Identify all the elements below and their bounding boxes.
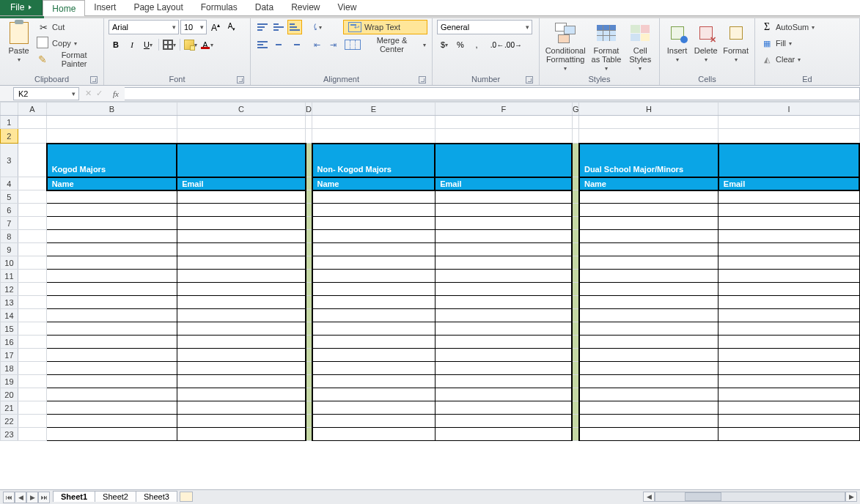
cell-C9[interactable]	[177, 243, 305, 256]
cell-C2[interactable]	[177, 129, 305, 144]
cell-C19[interactable]	[177, 375, 305, 388]
cell-B15[interactable]	[47, 322, 177, 336]
cell-F1[interactable]	[435, 116, 572, 129]
cell-C1[interactable]	[177, 116, 305, 129]
cell-C4[interactable]: Email	[177, 177, 305, 190]
row-header-8[interactable]: 8	[1, 230, 18, 243]
cell-F13[interactable]	[435, 296, 572, 309]
cell-I17[interactable]	[718, 349, 859, 362]
cell-B8[interactable]	[47, 230, 177, 243]
cell-D17[interactable]	[306, 349, 312, 362]
cell-I9[interactable]	[718, 243, 859, 256]
row-header-17[interactable]: 17	[1, 349, 18, 362]
cell-E4[interactable]: Name	[312, 177, 435, 190]
cell-D7[interactable]	[306, 217, 312, 230]
cell-I12[interactable]	[718, 283, 859, 296]
row-header-6[interactable]: 6	[1, 204, 18, 217]
cell-E19[interactable]	[312, 375, 435, 388]
number-format-select[interactable]: General	[437, 20, 532, 34]
align-right-button[interactable]	[287, 37, 302, 52]
increase-indent-button[interactable]: ⇥	[326, 37, 340, 52]
cell-B2[interactable]	[47, 129, 177, 144]
cell-A14[interactable]	[18, 309, 46, 322]
cell-C20[interactable]	[177, 388, 305, 401]
col-header-H[interactable]: H	[579, 103, 718, 116]
cell-A7[interactable]	[18, 217, 46, 230]
cell-F21[interactable]	[435, 401, 572, 415]
col-header-C[interactable]: C	[177, 103, 305, 116]
cell-G16[interactable]	[572, 336, 579, 349]
cell-F10[interactable]	[435, 256, 572, 270]
accounting-format-button[interactable]: $▾	[437, 37, 452, 52]
cell-C12[interactable]	[177, 283, 305, 296]
tab-insert[interactable]: Insert	[85, 0, 125, 15]
cell-H10[interactable]	[579, 256, 718, 270]
cell-H11[interactable]	[579, 270, 718, 283]
cell-styles-button[interactable]: Cell Styles▾	[625, 20, 655, 72]
cell-I16[interactable]	[718, 336, 859, 349]
cell-I23[interactable]	[718, 428, 859, 441]
cell-E7[interactable]	[312, 217, 435, 230]
tab-review[interactable]: Review	[282, 0, 328, 15]
cell-F23[interactable]	[435, 428, 572, 441]
cell-I13[interactable]	[718, 296, 859, 309]
cell-G15[interactable]	[572, 322, 579, 336]
align-middle-button[interactable]	[271, 20, 286, 34]
col-header-F[interactable]: F	[435, 103, 572, 116]
row-header-12[interactable]: 12	[1, 283, 18, 296]
cell-H21[interactable]	[579, 401, 718, 415]
cell-D19[interactable]	[306, 375, 312, 388]
cell-B14[interactable]	[47, 309, 177, 322]
cell-G2[interactable]	[572, 129, 579, 144]
tab-scroll-last[interactable]: ⏭	[38, 492, 50, 503]
cell-A4[interactable]	[18, 177, 46, 190]
cell-B22[interactable]	[47, 415, 177, 428]
cell-E8[interactable]	[312, 230, 435, 243]
cell-A2[interactable]	[18, 129, 46, 144]
cell-D22[interactable]	[306, 415, 312, 428]
cell-D18[interactable]	[306, 362, 312, 375]
cell-G10[interactable]	[572, 256, 579, 270]
clipboard-dialog-launcher[interactable]	[90, 76, 98, 84]
cell-F9[interactable]	[435, 243, 572, 256]
italic-button[interactable]: I	[125, 37, 139, 52]
cell-D9[interactable]	[306, 243, 312, 256]
align-bottom-button[interactable]	[287, 20, 302, 34]
cell-F2[interactable]	[435, 129, 572, 144]
cell-A15[interactable]	[18, 322, 46, 336]
tab-scroll-first[interactable]: ⏮	[3, 492, 15, 503]
cell-H9[interactable]	[579, 243, 718, 256]
cell-F3[interactable]	[435, 144, 572, 177]
cell-E12[interactable]	[312, 283, 435, 296]
cell-D10[interactable]	[306, 256, 312, 270]
col-header-E[interactable]: E	[312, 103, 435, 116]
cell-E20[interactable]	[312, 388, 435, 401]
col-header-G[interactable]: G	[572, 103, 579, 116]
cell-E1[interactable]	[312, 116, 435, 129]
cell-E21[interactable]	[312, 401, 435, 415]
cell-H16[interactable]	[579, 336, 718, 349]
cell-A20[interactable]	[18, 388, 46, 401]
cell-I4[interactable]: Email	[718, 177, 859, 190]
cell-B3[interactable]: Kogod Majors	[47, 144, 177, 177]
cell-A5[interactable]	[18, 190, 46, 204]
row-header-21[interactable]: 21	[1, 401, 18, 415]
cell-E23[interactable]	[312, 428, 435, 441]
cell-I18[interactable]	[718, 362, 859, 375]
cell-B13[interactable]	[47, 296, 177, 309]
col-header-D[interactable]: D	[306, 103, 312, 116]
cell-I3[interactable]	[718, 144, 859, 177]
cell-B7[interactable]	[47, 217, 177, 230]
row-header-20[interactable]: 20	[1, 388, 18, 401]
cell-I8[interactable]	[718, 230, 859, 243]
cell-A3[interactable]	[18, 144, 46, 177]
cell-A6[interactable]	[18, 204, 46, 217]
tab-formulas[interactable]: Formulas	[192, 0, 246, 15]
cell-F20[interactable]	[435, 388, 572, 401]
cell-A13[interactable]	[18, 296, 46, 309]
sheet-tab-2[interactable]: Sheet2	[95, 491, 136, 502]
tab-scroll-next[interactable]: ▶	[26, 492, 38, 503]
cell-H8[interactable]	[579, 230, 718, 243]
cell-G19[interactable]	[572, 375, 579, 388]
col-header-I[interactable]: I	[718, 103, 859, 116]
